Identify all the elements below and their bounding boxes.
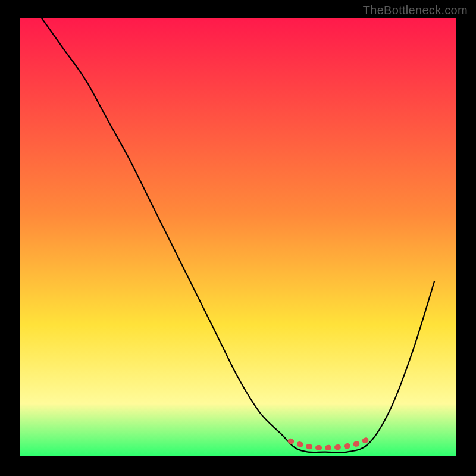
chart-frame: TheBottleneck.com — [0, 0, 476, 476]
watermark-text: TheBottleneck.com — [363, 4, 468, 17]
plot-area — [20, 18, 456, 456]
chart-svg — [0, 0, 476, 476]
